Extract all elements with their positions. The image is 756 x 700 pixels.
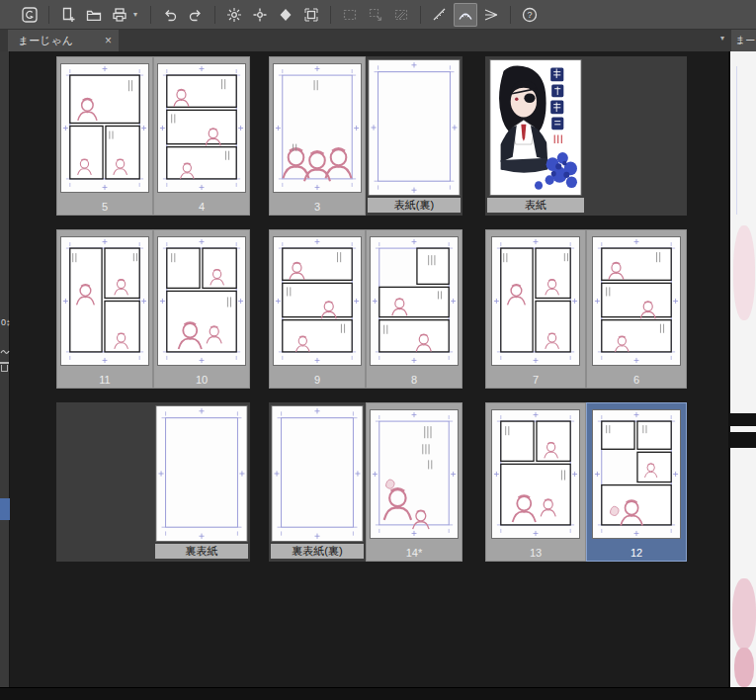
page-12[interactable]: 12 (586, 402, 687, 562)
new-document-icon[interactable] (56, 3, 80, 27)
page-label: 表紙(裏) (368, 198, 461, 213)
page-11[interactable]: 11 (56, 229, 153, 389)
right-canvas-tab-title: まー (735, 35, 755, 45)
toolbar: ▾? (0, 0, 756, 30)
page-canvas[interactable] (371, 410, 458, 538)
canvas-panel-bar (730, 432, 756, 448)
page-label: 8 (366, 374, 462, 386)
page-label: 裏表紙(裏) (271, 544, 364, 559)
page-canvas[interactable] (491, 60, 581, 195)
page-canvas[interactable] (274, 237, 361, 365)
page-3[interactable]: 3 (269, 56, 366, 216)
spread: 表紙 (485, 56, 687, 216)
shape-fill-icon[interactable] (274, 3, 297, 27)
page-7[interactable]: 7 (485, 229, 586, 389)
front-cover-inside[interactable]: 表紙(裏) (366, 56, 462, 216)
reset-view-icon[interactable] (248, 3, 272, 27)
page-grid: 5 4 3表紙(裏) 表紙 11 10 9 8 7 6裏表紙裏表紙(裏) 14*… (10, 51, 727, 687)
help-icon[interactable]: ? (518, 3, 542, 27)
document-tab-title: まーじゃん (18, 34, 73, 48)
toolbar-separator (48, 6, 49, 24)
spread: 11 10 (56, 229, 250, 389)
canvas-sketch-lower (732, 578, 756, 650)
toolbar-separator (510, 6, 511, 24)
left-panel-strip: 0 ▴▾ (0, 51, 10, 687)
front-cover[interactable]: 表紙 (485, 56, 586, 216)
back-cover[interactable]: 裏表紙 (153, 402, 250, 562)
page-label: 3 (269, 201, 366, 213)
redo-icon[interactable] (184, 3, 208, 27)
page-13[interactable]: 13 (485, 402, 586, 562)
page-canvas[interactable] (61, 237, 148, 365)
page-canvas[interactable] (492, 237, 579, 365)
page-label: 11 (56, 374, 153, 386)
back-cover-inside[interactable]: 裏表紙(裏) (269, 402, 366, 562)
page-canvas[interactable] (593, 237, 680, 365)
canvas-guide-line (736, 66, 737, 215)
page-label: 表紙 (487, 198, 584, 213)
select-move-icon (364, 3, 387, 27)
frame-crop-icon[interactable] (299, 3, 323, 27)
page-label: 9 (269, 374, 366, 386)
open-file-icon[interactable] (82, 3, 106, 27)
trash-icon[interactable] (1, 365, 8, 372)
value-spinner[interactable]: 0 ▴▾ (1, 318, 10, 327)
page-canvas[interactable] (492, 410, 579, 538)
stroke-icon[interactable] (0, 342, 10, 360)
page-canvas[interactable] (371, 237, 458, 365)
page-14-modified[interactable]: 14* (366, 402, 462, 562)
export-dropdown-icon[interactable]: ▾ (133, 3, 143, 27)
page-label: 5 (56, 201, 153, 213)
snap-vanishing-icon[interactable] (479, 3, 503, 27)
empty-slot (56, 402, 153, 562)
page-label: 10 (153, 374, 250, 386)
undo-icon[interactable] (158, 3, 182, 27)
page-label: 裏表紙 (155, 544, 248, 559)
page-canvas[interactable] (370, 60, 460, 195)
spread: 裏表紙(裏) 14* (269, 402, 462, 562)
snap-special-ruler-icon[interactable] (454, 3, 477, 27)
page-canvas[interactable] (158, 237, 245, 365)
toolbar-separator (214, 6, 215, 24)
document-tabbar: まーじゃん × ▾ (0, 30, 756, 51)
page-5[interactable]: 5 (56, 56, 153, 216)
export-icon[interactable] (108, 3, 131, 27)
page-label: 12 (586, 547, 687, 559)
selected-tool-indicator (0, 498, 10, 520)
page-canvas[interactable] (157, 406, 247, 541)
snap-ruler-icon[interactable] (428, 3, 452, 27)
page-label: 6 (586, 374, 687, 386)
toolbar-separator (150, 6, 151, 24)
status-bar (0, 687, 756, 700)
page-canvas[interactable] (274, 64, 361, 192)
canvas-sketch-lower (734, 648, 754, 687)
tab-close-icon[interactable]: × (105, 34, 112, 47)
spread: 7 6 (485, 229, 687, 389)
spinner-value: 0 (1, 318, 6, 327)
spread: 13 12 (485, 402, 687, 562)
page-canvas[interactable] (593, 410, 680, 538)
page-8[interactable]: 8 (366, 229, 462, 389)
page-label: 14* (366, 547, 462, 559)
spread: 9 8 (269, 229, 462, 389)
empty-slot (586, 56, 687, 216)
canvas-panel-bar (730, 413, 756, 426)
svg-text:?: ? (527, 10, 532, 20)
rotate-view-icon[interactable] (222, 3, 246, 27)
page-10[interactable]: 10 (153, 229, 250, 389)
right-canvas-tab[interactable]: まー (731, 30, 756, 51)
spread: 裏表紙 (56, 402, 250, 562)
page-6[interactable]: 6 (586, 229, 687, 389)
page-canvas[interactable] (273, 406, 363, 541)
tab-list-chevron-icon[interactable]: ▾ (720, 34, 724, 43)
page-label: 13 (485, 547, 586, 559)
page-4[interactable]: 4 (153, 56, 250, 216)
page-canvas[interactable] (158, 64, 245, 192)
canvas-preview-panel[interactable] (728, 51, 756, 687)
page-9[interactable]: 9 (269, 229, 366, 389)
document-tab[interactable]: まーじゃん × (8, 30, 119, 51)
clip-studio-logo-icon[interactable] (18, 3, 42, 27)
toolbar-separator (420, 6, 421, 24)
select-rect-icon (338, 3, 362, 27)
page-canvas[interactable] (61, 64, 148, 192)
